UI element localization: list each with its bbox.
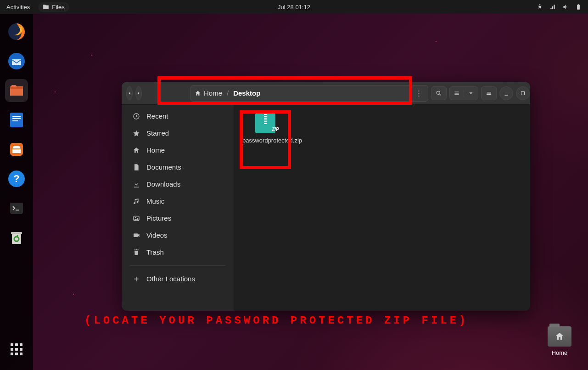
sidebar-item-label: Documents [146,163,181,171]
plus-icon [133,275,140,283]
window-maximize-button[interactable] [516,86,530,100]
document-icon [133,164,140,171]
volume-icon[interactable] [562,4,569,10]
file-item-label: passwordprotected.zip [242,137,288,144]
sidebar-item-label: Videos [146,231,168,239]
breadcrumb-label: Home [204,89,222,97]
trash-icon [133,249,140,256]
svg-rect-17 [134,233,138,237]
home-icon [554,331,565,342]
nav-back-button[interactable] [126,86,133,100]
sidebar-item-label: Music [146,197,164,205]
svg-rect-5 [12,118,21,119]
activities-button[interactable]: Activities [6,4,30,11]
sidebar-item-recent[interactable]: Recent [122,108,234,125]
sidebar-item-videos[interactable]: Videos [122,227,234,244]
dock-item-software[interactable] [5,138,28,161]
folder-icon [43,4,49,10]
list-view-button[interactable] [450,90,464,97]
dock: ? [0,14,33,370]
sidebar-item-starred[interactable]: Starred [122,125,234,142]
file-item-zip[interactable]: passwordprotected.zip [242,113,288,144]
view-dropdown-button[interactable] [464,90,478,97]
window-minimize-button[interactable] [499,86,513,100]
clock[interactable]: Jul 28 01:12 [278,4,310,11]
files-sidebar: Recent Starred Home Documents Downloads … [122,82,234,311]
dock-item-terminal[interactable] [5,197,28,220]
sidebar-item-label: Other Locations [146,275,195,283]
svg-rect-12 [11,232,22,234]
music-icon [133,198,140,205]
svg-point-18 [437,91,440,94]
files-window: Recent Starred Home Documents Downloads … [122,82,530,311]
sidebar-item-pictures[interactable]: Pictures [122,210,234,227]
breadcrumb-label: Desktop [233,89,260,97]
video-icon [133,232,140,239]
sidebar-item-label: Recent [146,112,168,120]
star-icon [133,130,140,137]
sidebar-item-trash[interactable]: Trash [122,244,234,261]
image-icon [133,215,140,222]
svg-rect-4 [12,116,21,117]
breadcrumb-home[interactable]: Home [195,89,222,97]
files-main-pane: Home / Desktop ⋮ [234,82,530,311]
maximize-icon [520,90,526,97]
breadcrumb-desktop[interactable]: Desktop [233,89,260,97]
path-bar-menu-button[interactable]: ⋮ [414,89,424,97]
svg-rect-19 [521,91,525,95]
apps-grid-icon [11,343,22,355]
dock-item-thunderbird[interactable] [5,50,28,73]
svg-point-0 [539,4,540,5]
svg-text:?: ? [13,173,19,184]
dock-item-help[interactable]: ? [5,167,28,190]
show-applications-button[interactable] [5,338,28,361]
path-bar[interactable]: Home / Desktop ⋮ [190,85,428,102]
dock-item-files[interactable] [5,79,28,102]
sidebar-item-music[interactable]: Music [122,193,234,210]
accessibility-icon[interactable] [537,4,543,10]
breadcrumb-separator: / [227,89,229,97]
svg-point-16 [135,217,136,218]
svg-rect-11 [12,234,21,244]
svg-rect-6 [12,120,18,121]
chevron-left-icon [127,91,132,96]
svg-rect-10 [10,203,23,214]
desktop-icon-label: Home [545,349,574,356]
sidebar-item-other-locations[interactable]: Other Locations [122,270,234,287]
sidebar-item-label: Home [146,146,165,154]
chevron-down-icon [468,90,474,97]
network-icon[interactable] [549,4,556,10]
search-icon [436,90,442,97]
sidebar-item-label: Pictures [146,214,171,222]
topbar-current-app[interactable]: Files [38,2,69,12]
zip-archive-icon [255,113,275,133]
sidebar-item-label: Downloads [146,180,180,188]
chevron-right-icon [136,91,141,96]
sidebar-divider [130,265,225,266]
clock-icon [133,113,140,120]
home-icon [133,147,140,154]
files-content-area[interactable]: passwordprotected.zip [234,105,530,311]
dock-item-writer[interactable] [5,108,28,131]
topbar-app-label: Files [52,4,64,11]
sidebar-item-home[interactable]: Home [122,142,234,159]
sidebar-item-label: Trash [146,248,164,256]
top-bar: Activities Files Jul 28 01:12 [0,0,588,14]
sidebar-item-documents[interactable]: Documents [122,159,234,176]
files-header-bar: Home / Desktop ⋮ [122,82,530,105]
sidebar-item-downloads[interactable]: Downloads [122,176,234,193]
view-mode-toggle[interactable] [449,86,478,100]
battery-icon[interactable] [575,4,582,10]
minimize-icon [503,90,510,97]
svg-rect-3 [10,113,23,127]
sidebar-item-label: Starred [146,129,169,137]
dock-item-firefox[interactable] [5,20,28,43]
download-icon [133,181,140,188]
menu-icon [486,90,492,97]
hamburger-menu-button[interactable] [481,86,497,100]
home-icon [195,90,201,97]
dock-item-trash[interactable] [5,226,28,249]
desktop-icon-home[interactable]: Home [545,326,574,356]
nav-forward-button[interactable] [135,86,142,100]
search-button[interactable] [431,86,447,100]
